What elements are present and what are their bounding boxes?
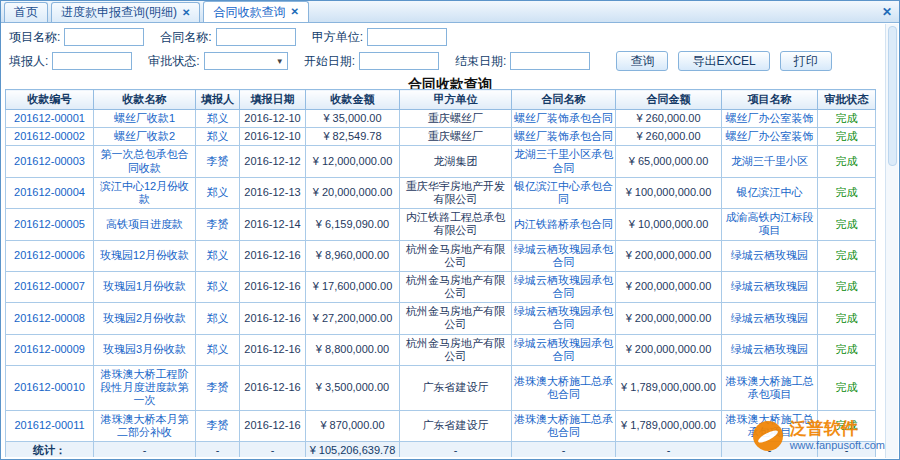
receipt-name-link[interactable]: 第一次总包承包合同收款 bbox=[101, 148, 189, 173]
table-cell: 绿城云栖玫瑰园 bbox=[722, 271, 818, 302]
reporter-link[interactable]: 郑义 bbox=[207, 312, 229, 324]
project-name-input[interactable] bbox=[64, 28, 144, 46]
tab-label: 首页 bbox=[14, 4, 38, 21]
table-cell: 郑义 bbox=[196, 110, 240, 128]
receipt-name-link[interactable]: 玫瑰园2月份收款 bbox=[103, 312, 186, 324]
project-name-link[interactable]: 港珠澳大桥施工总承包项目 bbox=[726, 413, 814, 438]
project-name-link[interactable]: 绿城云栖玫瑰园 bbox=[731, 280, 808, 292]
receipt-name-link[interactable]: 玫瑰园1月份收款 bbox=[103, 280, 186, 292]
project-name-link[interactable]: 港珠澳大桥施工总承包项目 bbox=[726, 375, 814, 400]
approval-status: 完成 bbox=[818, 303, 876, 334]
table-cell: 201612-00011 bbox=[6, 410, 94, 441]
party-a-label: 甲方单位: bbox=[312, 29, 363, 46]
receipt-name-link[interactable]: 港珠澳大桥本月第二部分补收 bbox=[101, 413, 189, 438]
search-button[interactable]: 查询 bbox=[616, 51, 668, 71]
receipt-number-link[interactable]: 201612-00002 bbox=[14, 130, 85, 142]
report-date: 2016-12-16 bbox=[240, 271, 306, 302]
contract-name-link[interactable]: 绿城云栖玫瑰园承包合同 bbox=[514, 337, 613, 362]
tab-contract-receipt-query[interactable]: 合同收款查询 ✕ bbox=[203, 1, 308, 22]
reporter-link[interactable]: 郑义 bbox=[207, 186, 229, 198]
project-name-link[interactable]: 螺丝厂办公室装饰 bbox=[726, 130, 814, 142]
project-name-link[interactable]: 龙湖三千里小区 bbox=[731, 155, 808, 167]
scrollbar-thumb[interactable] bbox=[888, 26, 897, 166]
receipt-name-link[interactable]: 港珠澳大桥工程阶段性月度进度款第一次 bbox=[101, 368, 189, 406]
reporter-link[interactable]: 郑义 bbox=[207, 280, 229, 292]
contract-name-link[interactable]: 螺丝厂装饰承包合同 bbox=[514, 112, 613, 124]
contract-name-link[interactable]: 银亿滨江中心承包合同 bbox=[514, 180, 613, 205]
receipt-name-link[interactable]: 玫瑰园3月份收款 bbox=[103, 343, 186, 355]
receipt-table-container: 收款编号收款名称填报人填报日期收款金额甲方单位合同名称合同金额项目名称审批状态 … bbox=[5, 89, 877, 457]
receipt-number-link[interactable]: 201612-00005 bbox=[14, 218, 85, 230]
tab-progress-payment-query[interactable]: 进度款申报查询(明细) ✕ bbox=[51, 2, 200, 22]
contract-name-link[interactable]: 螺丝厂装饰承包合同 bbox=[514, 130, 613, 142]
contract-amount: ¥ 65,000,000.00 bbox=[616, 146, 722, 177]
receipt-name-link[interactable]: 螺丝厂收款2 bbox=[114, 130, 175, 142]
contract-name-link[interactable]: 绿城云栖玫瑰园承包合同 bbox=[514, 243, 613, 268]
column-header-8: 项目名称 bbox=[722, 90, 818, 110]
contract-name-input[interactable] bbox=[216, 28, 296, 46]
reporter-link[interactable]: 郑义 bbox=[207, 343, 229, 355]
table-cell: 郑义 bbox=[196, 177, 240, 208]
start-date-input[interactable] bbox=[359, 52, 439, 70]
contract-name-link[interactable]: 内江铁路桥承包合同 bbox=[514, 218, 613, 230]
close-tab-icon[interactable]: ✕ bbox=[182, 8, 190, 18]
receipt-name-link[interactable]: 滨江中心12月份收款 bbox=[100, 180, 189, 205]
end-date-input[interactable] bbox=[510, 52, 590, 70]
vertical-scrollbar[interactable] bbox=[885, 24, 898, 458]
tab-bar: 首页 进度款申报查询(明细) ✕ 合同收款查询 ✕ ✕ bbox=[1, 1, 899, 23]
table-header-row: 收款编号收款名称填报人填报日期收款金额甲方单位合同名称合同金额项目名称审批状态 bbox=[6, 90, 876, 110]
contract-amount: ¥ 200,000,000.00 bbox=[616, 334, 722, 365]
contract-name-link[interactable]: 港珠澳大桥施工总承包合同 bbox=[514, 413, 613, 438]
receipt-number-link[interactable]: 201612-00003 bbox=[14, 155, 85, 167]
close-tab-icon[interactable]: ✕ bbox=[290, 7, 298, 17]
approval-status: 完成 bbox=[818, 334, 876, 365]
receipt-number-link[interactable]: 201612-00010 bbox=[14, 381, 85, 393]
contract-name-link[interactable]: 绿城云栖玫瑰园承包合同 bbox=[514, 305, 613, 330]
export-excel-button[interactable]: 导出EXCEL bbox=[678, 51, 769, 71]
approval-status: 完成 bbox=[818, 128, 876, 146]
reporter-link[interactable]: 李赟 bbox=[207, 218, 229, 230]
table-cell: 螺丝厂办公室装饰 bbox=[722, 110, 818, 128]
table-cell: 银亿滨江中心承包合同 bbox=[512, 177, 616, 208]
receipt-name-link[interactable]: 高铁项目进度款 bbox=[106, 218, 183, 230]
receipt-number-link[interactable]: 201612-00008 bbox=[14, 312, 85, 324]
print-button[interactable]: 打印 bbox=[780, 51, 832, 71]
project-name-link[interactable]: 螺丝厂办公室装饰 bbox=[726, 112, 814, 124]
receipt-number-link[interactable]: 201612-00007 bbox=[14, 280, 85, 292]
column-header-2: 填报人 bbox=[196, 90, 240, 110]
project-name-link[interactable]: 绿城云栖玫瑰园 bbox=[731, 312, 808, 324]
receipt-name-link[interactable]: 玫瑰园12月份收款 bbox=[100, 249, 189, 261]
receipt-number-link[interactable]: 201612-00009 bbox=[14, 343, 85, 355]
party-a-unit: 杭州金马房地产有限公司 bbox=[400, 271, 512, 302]
receipt-number-link[interactable]: 201612-00004 bbox=[14, 186, 85, 198]
receipt-number-link[interactable]: 201612-00001 bbox=[14, 112, 85, 124]
contract-name-link[interactable]: 龙湖三千里小区承包合同 bbox=[514, 148, 613, 173]
reporter-link[interactable]: 李赟 bbox=[207, 155, 229, 167]
project-name-link[interactable]: 绿城云栖玫瑰园 bbox=[731, 343, 808, 355]
reporter-link[interactable]: 李赟 bbox=[207, 419, 229, 431]
party-a-input[interactable] bbox=[367, 28, 447, 46]
close-icon[interactable]: ✕ bbox=[882, 5, 892, 19]
project-name-link[interactable]: 银亿滨江中心 bbox=[737, 186, 803, 198]
receipt-name-link[interactable]: 螺丝厂收款1 bbox=[114, 112, 175, 124]
summary-cell-6: - bbox=[512, 441, 616, 457]
project-name-link[interactable]: 绿城云栖玫瑰园 bbox=[731, 249, 808, 261]
table-cell: 绿城云栖玫瑰园承包合同 bbox=[512, 334, 616, 365]
reporter-link[interactable]: 郑义 bbox=[207, 112, 229, 124]
party-a-unit: 龙湖集团 bbox=[400, 146, 512, 177]
approval-status-select[interactable]: ▼ bbox=[204, 52, 288, 70]
receipt-number-link[interactable]: 201612-00011 bbox=[14, 419, 84, 431]
table-row: 201612-00004滨江中心12月份收款郑义2016-12-13¥ 20,0… bbox=[6, 177, 876, 208]
receipt-number-link[interactable]: 201612-00006 bbox=[14, 249, 85, 261]
reporter-input[interactable] bbox=[52, 52, 132, 70]
summary-cell-4: ¥ 105,206,639.78 bbox=[306, 441, 400, 457]
approval-status: 完成 bbox=[818, 271, 876, 302]
contract-name-link[interactable]: 绿城云栖玫瑰园承包合同 bbox=[514, 274, 613, 299]
tab-home[interactable]: 首页 bbox=[4, 2, 48, 22]
reporter-link[interactable]: 李赟 bbox=[207, 381, 229, 393]
reporter-link[interactable]: 郑义 bbox=[207, 249, 229, 261]
table-cell: 201612-00003 bbox=[6, 146, 94, 177]
contract-name-link[interactable]: 港珠澳大桥施工总承包合同 bbox=[514, 375, 613, 400]
project-name-link[interactable]: 成渝高铁内江标段项目 bbox=[726, 211, 814, 236]
reporter-link[interactable]: 郑义 bbox=[207, 130, 229, 142]
